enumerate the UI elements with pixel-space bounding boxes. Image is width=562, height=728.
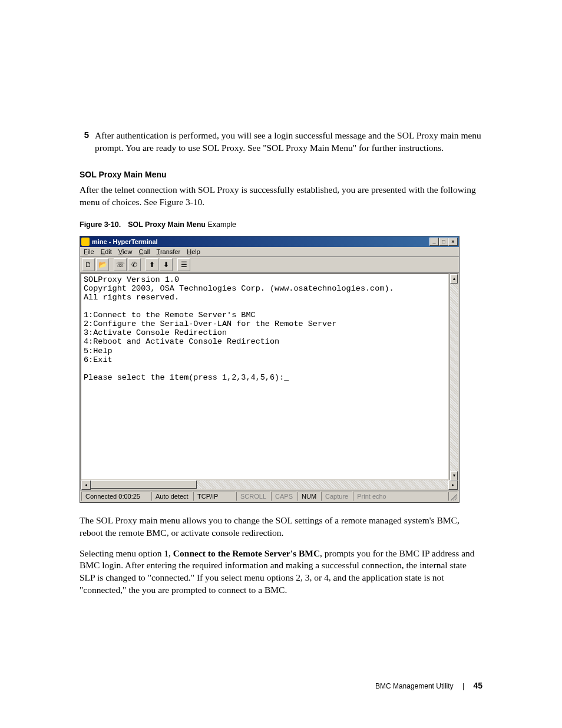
scroll-up-icon[interactable]: ▴ — [450, 274, 458, 284]
step-5: 5 After authentication is performed, you… — [80, 130, 482, 154]
app-icon — [81, 238, 90, 246]
terminal-output[interactable]: SOLProxy Version 1.0 Copyright 2003, OSA… — [80, 273, 449, 480]
final-para-bold: Connect to the Remote Server's BMC — [173, 548, 320, 558]
page-footer: BMC Management Utility | 45 — [375, 681, 482, 690]
window-titlebar[interactable]: mine - HyperTerminal _ □ × — [80, 236, 459, 247]
maximize-button[interactable]: □ — [439, 238, 448, 246]
terminal-line: SOLProxy Version 1.0 — [84, 275, 179, 284]
terminal-line: Please select the item(press 1,2,3,4,5,6… — [84, 373, 289, 382]
final-paragraph: Selecting menu option 1, Connect to the … — [80, 548, 482, 597]
footer-separator: | — [462, 682, 464, 690]
scroll-down-icon[interactable]: ▾ — [450, 471, 458, 480]
menu-file[interactable]: File — [84, 248, 94, 255]
terminal-line: 6:Exit — [84, 355, 113, 364]
menu-call[interactable]: Call — [139, 248, 150, 255]
menu-transfer[interactable]: Transfer — [157, 248, 181, 255]
menu-edit[interactable]: Edit — [101, 248, 112, 255]
close-button[interactable]: × — [448, 238, 458, 246]
status-printecho: Print echo — [353, 492, 448, 501]
section-heading: SOL Proxy Main Menu — [80, 170, 482, 179]
figure-caption: Figure 3-10.SOL Proxy Main Menu Example — [80, 220, 482, 229]
toolbar: 🗋 📂 ☏ ✆ ⬆ ⬇ ☰ — [80, 257, 459, 273]
scroll-right-icon[interactable]: ▸ — [448, 480, 458, 490]
status-capture: Capture — [321, 492, 352, 501]
status-scroll: SCROLL — [236, 492, 270, 501]
scroll-left-icon[interactable]: ◂ — [81, 480, 91, 490]
status-bar: Connected 0:00:25 Auto detect TCP/IP SCR… — [80, 490, 459, 502]
properties-icon[interactable]: ☰ — [177, 258, 190, 271]
terminal-line: 5:Help — [84, 347, 113, 355]
terminal-line: 4:Reboot and Activate Console Redirectio… — [84, 337, 279, 346]
step-text: After authentication is performed, you w… — [95, 130, 482, 154]
after-figure-paragraph: The SOL Proxy main menu allows you to ch… — [80, 515, 482, 539]
figure-title-tail: Example — [206, 220, 236, 229]
status-num: NUM — [297, 492, 320, 501]
vertical-scrollbar[interactable]: ▴ ▾ — [449, 273, 459, 480]
terminal-line: Copyright 2003, OSA Technologies Corp. (… — [84, 284, 394, 293]
minimize-button[interactable]: _ — [429, 238, 439, 246]
terminal-line: 1:Connect to the Remote Server's BMC — [84, 311, 256, 319]
footer-section: BMC Management Utility — [375, 682, 454, 690]
figure-title: SOL Proxy Main Menu — [128, 220, 206, 229]
scroll-thumb[interactable] — [91, 480, 197, 489]
send-icon[interactable]: ⬆ — [146, 258, 158, 271]
horizontal-scrollbar[interactable]: ◂ ▸ — [80, 480, 459, 490]
terminal-line: All rights reserved. — [84, 293, 179, 302]
window-title: mine - HyperTerminal — [92, 238, 429, 245]
final-para-pre: Selecting menu option 1, — [80, 548, 173, 558]
receive-icon[interactable]: ⬇ — [160, 258, 173, 271]
status-autodetect: Auto detect — [151, 492, 193, 501]
phone-dial-icon[interactable]: ☏ — [114, 258, 127, 271]
menu-bar: File Edit View Call Transfer Help — [80, 247, 459, 257]
figure-number: Figure 3-10. — [80, 220, 121, 229]
status-caps: CAPS — [271, 492, 297, 501]
terminal-line: 3:Activate Console Redirection — [84, 328, 227, 337]
step-number: 5 — [80, 130, 95, 154]
open-folder-icon[interactable]: 📂 — [96, 258, 109, 271]
intro-paragraph: After the telnet connection with SOL Pro… — [80, 184, 482, 209]
resize-grip-icon[interactable] — [448, 492, 458, 501]
status-protocol: TCP/IP — [193, 492, 236, 501]
phone-hangup-icon[interactable]: ✆ — [128, 258, 141, 271]
menu-help[interactable]: Help — [187, 248, 200, 255]
footer-page-number: 45 — [473, 681, 482, 690]
menu-view[interactable]: View — [118, 248, 133, 255]
terminal-line: 2:Configure the Serial-Over-LAN for the … — [84, 319, 336, 328]
new-file-icon[interactable]: 🗋 — [82, 258, 95, 271]
status-connected: Connected 0:00:25 — [81, 492, 151, 501]
hyperterminal-window: mine - HyperTerminal _ □ × File Edit Vie… — [80, 236, 459, 503]
